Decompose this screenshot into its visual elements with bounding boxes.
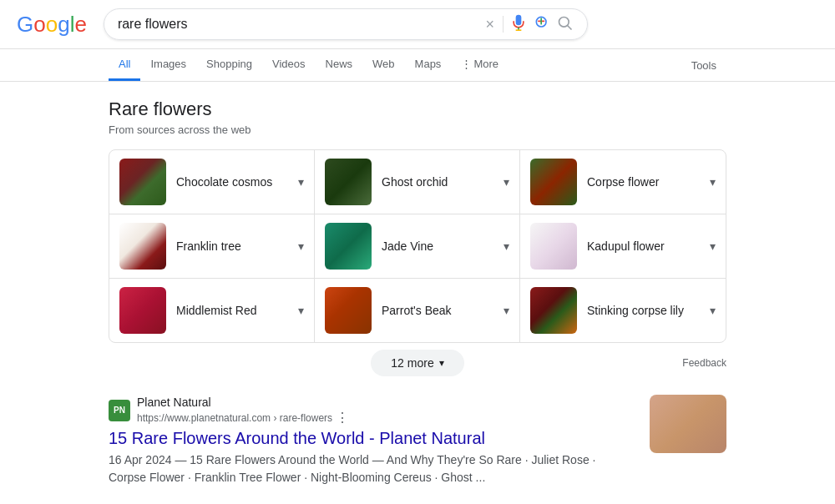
more-row: 12 more ▾ Feedback bbox=[109, 350, 726, 376]
microphone-icon[interactable] bbox=[510, 14, 527, 34]
search-bar: × bbox=[104, 8, 588, 40]
chevron-down-icon: ▾ bbox=[298, 175, 304, 189]
logo-o2: o bbox=[46, 12, 58, 38]
chevron-down-icon: ▾ bbox=[504, 175, 509, 189]
tab-shopping[interactable]: Shopping bbox=[196, 49, 262, 81]
svg-point-5 bbox=[559, 17, 569, 27]
chevron-down-icon: ▾ bbox=[710, 175, 716, 189]
result-date: 16 Apr 2024 bbox=[109, 453, 172, 466]
chevron-down-icon: ▾ bbox=[504, 239, 509, 253]
flower-name: Jade Vine bbox=[382, 239, 493, 253]
flower-image bbox=[530, 159, 577, 205]
tab-more[interactable]: ⋮ More bbox=[451, 49, 509, 81]
show-more-button[interactable]: 12 more ▾ bbox=[371, 350, 463, 376]
logo-o1: o bbox=[33, 12, 45, 38]
flower-image bbox=[119, 159, 166, 205]
search-input[interactable] bbox=[118, 17, 477, 32]
result-site-info: Planet Natural https://www.planetnatural… bbox=[137, 395, 349, 426]
flower-name: Ghost orchid bbox=[382, 175, 493, 189]
flower-name: Kadupul flower bbox=[587, 239, 700, 253]
result-snippet: 16 Apr 2024 — 15 Rare Flowers Around the… bbox=[109, 451, 636, 486]
chevron-down-icon: ▾ bbox=[298, 304, 304, 317]
logo-e: e bbox=[74, 12, 86, 38]
flower-item[interactable]: Middlemist Red ▾ bbox=[109, 279, 315, 342]
flower-item[interactable]: Kadupul flower ▾ bbox=[520, 214, 726, 279]
result-source-row: PN Planet Natural https://www.planetnatu… bbox=[109, 395, 636, 426]
chevron-down-icon: ▾ bbox=[298, 239, 304, 253]
flower-image bbox=[119, 223, 166, 270]
chevron-down-icon: ▾ bbox=[710, 304, 716, 317]
tab-web[interactable]: Web bbox=[362, 49, 405, 81]
google-logo[interactable]: Google bbox=[17, 12, 87, 38]
result-title[interactable]: 15 Rare Flowers Around the World - Plane… bbox=[109, 429, 636, 448]
search-result: PN Planet Natural https://www.planetnatu… bbox=[109, 395, 726, 486]
result-url-row: https://www.planetnatural.com › rare-flo… bbox=[137, 410, 349, 426]
flower-name: Middlemist Red bbox=[176, 304, 288, 317]
divider bbox=[503, 16, 504, 33]
flower-image bbox=[325, 223, 372, 270]
flower-image bbox=[530, 223, 577, 270]
lens-icon[interactable] bbox=[534, 14, 550, 34]
flower-item[interactable]: Stinking corpse lily ▾ bbox=[520, 279, 726, 342]
result-menu-icon[interactable]: ⋮ bbox=[336, 410, 349, 426]
flower-image bbox=[119, 287, 166, 334]
flower-name: Parrot's Beak bbox=[382, 304, 493, 317]
result-favicon: PN bbox=[109, 400, 130, 421]
flower-name: Franklin tree bbox=[176, 239, 288, 253]
logo-g2: g bbox=[58, 12, 69, 38]
flower-name: Chocolate cosmos bbox=[176, 175, 288, 189]
flower-item[interactable]: Ghost orchid ▾ bbox=[315, 150, 520, 214]
tab-all[interactable]: All bbox=[109, 49, 140, 81]
flower-item[interactable]: Jade Vine ▾ bbox=[315, 214, 520, 279]
result-thumbnail bbox=[650, 395, 726, 453]
flower-item[interactable]: Franklin tree ▾ bbox=[109, 214, 315, 279]
svg-line-6 bbox=[567, 25, 571, 29]
chevron-down-icon: ▾ bbox=[710, 239, 716, 253]
panel-title: Rare flowers bbox=[109, 98, 726, 120]
flower-name: Corpse flower bbox=[587, 175, 700, 189]
tab-videos[interactable]: Videos bbox=[262, 49, 316, 81]
chevron-down-icon: ▾ bbox=[439, 357, 444, 369]
flower-grid: Chocolate cosmos ▾ Ghost orchid ▾ Corpse… bbox=[109, 149, 726, 343]
nav-tabs: All Images Shopping Videos News Web Maps… bbox=[0, 49, 835, 82]
flower-image bbox=[530, 287, 577, 334]
main-content: Rare flowers From sources across the web… bbox=[0, 82, 835, 504]
result-content: PN Planet Natural https://www.planetnatu… bbox=[109, 395, 636, 486]
flower-image bbox=[325, 287, 372, 334]
svg-rect-4 bbox=[540, 18, 542, 24]
chevron-down-icon: ▾ bbox=[504, 304, 509, 317]
tab-images[interactable]: Images bbox=[140, 49, 196, 81]
flower-name: Stinking corpse lily bbox=[587, 304, 700, 317]
tools-button[interactable]: Tools bbox=[681, 51, 726, 80]
result-snippet-text: — 15 Rare Flowers Around the World — And… bbox=[109, 453, 595, 484]
tab-news[interactable]: News bbox=[316, 49, 363, 81]
clear-button[interactable]: × bbox=[483, 16, 496, 33]
knowledge-panel: Rare flowers From sources across the web… bbox=[109, 98, 726, 376]
flower-item[interactable]: Corpse flower ▾ bbox=[520, 150, 726, 214]
flower-item[interactable]: Parrot's Beak ▾ bbox=[315, 279, 520, 342]
panel-subtitle: From sources across the web bbox=[109, 123, 726, 136]
result-site-name: Planet Natural bbox=[137, 395, 349, 410]
flower-item[interactable]: Chocolate cosmos ▾ bbox=[109, 150, 315, 214]
result-url: https://www.planetnatural.com › rare-flo… bbox=[137, 412, 332, 424]
logo-g: G bbox=[17, 12, 33, 38]
flower-image bbox=[325, 159, 372, 205]
search-submit-icon[interactable] bbox=[557, 15, 574, 34]
tab-maps[interactable]: Maps bbox=[405, 49, 452, 81]
header: Google × bbox=[0, 0, 835, 49]
feedback-link[interactable]: Feedback bbox=[682, 357, 726, 369]
